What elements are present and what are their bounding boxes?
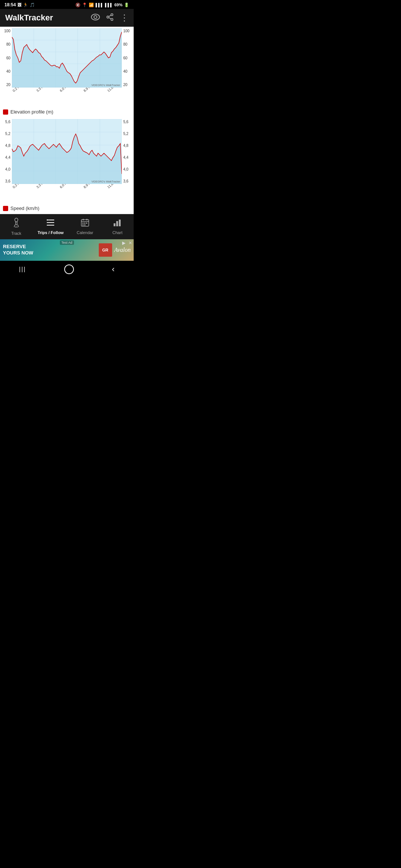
elevation-chart-container: 100 80 60 40 20 [0, 27, 134, 118]
elevation-legend-color [3, 109, 8, 115]
elevation-y-axis-right: 100 80 60 40 20 [122, 28, 134, 88]
nav-trips-label: Trips / Follow [38, 230, 63, 235]
svg-rect-52 [116, 221, 118, 226]
svg-text:VIDEGRO's WalkTracker: VIDEGRO's WalkTracker [91, 84, 120, 86]
speed-legend: Speed (km/h) [0, 203, 134, 214]
svg-rect-53 [119, 220, 121, 226]
nav-track-label: Track [11, 231, 21, 236]
svg-line-6 [109, 15, 111, 16]
ad-close-icon[interactable]: ✕ [128, 240, 132, 246]
svg-point-0 [91, 14, 100, 20]
svg-rect-50 [84, 224, 85, 226]
speed-y-axis-right: 5,6 5,2 4,8 4,4 4,0 3,6 [122, 119, 134, 184]
speed-legend-label: Speed (km/h) [10, 206, 39, 211]
speed-y-axis-left: 5,6 5,2 4,8 4,4 4,0 3,6 [0, 119, 12, 184]
app-bar: WalkTracker ⋮ [0, 9, 134, 27]
svg-point-3 [107, 16, 109, 18]
location-icon: 📍 [82, 3, 87, 7]
status-left: 18:54 🖼 🏃 🎵 [4, 2, 35, 7]
app-icons: ⋮ [91, 13, 128, 23]
recent-button[interactable]: ||| [19, 266, 26, 273]
svg-rect-49 [82, 224, 84, 226]
svg-rect-51 [114, 223, 115, 226]
trips-icon [46, 218, 55, 229]
status-right: 🔇 📍 📶 ▌▌▌ ▌▌▌ 69% 🔋 [75, 3, 129, 7]
nav-chart[interactable]: Chart [106, 218, 128, 235]
eye-icon[interactable] [91, 14, 100, 22]
home-button[interactable] [64, 264, 74, 274]
battery-icon: 🔋 [124, 3, 129, 7]
speed-chart-container: 5,6 5,2 4,8 4,4 4,0 3,6 [0, 118, 134, 214]
status-bar: 18:54 🖼 🏃 🎵 🔇 📍 📶 ▌▌▌ ▌▌▌ 69% 🔋 [0, 0, 134, 9]
speed-x-axis: 0,2 km @ 10:37 3,3 km @ 11:29 6,0 km @ 1… [0, 184, 134, 203]
nav-calendar-label: Calendar [77, 230, 94, 235]
svg-rect-48 [86, 223, 87, 224]
ad-brand-text: Avalon [114, 247, 131, 253]
track-icon [12, 217, 21, 230]
main-content: 100 80 60 40 20 [0, 27, 134, 214]
signal-icon2: ▌▌▌ [105, 3, 113, 7]
svg-point-1 [94, 16, 97, 19]
ad-skip-icon[interactable]: ▶ [122, 240, 125, 246]
svg-rect-47 [84, 223, 85, 224]
speed-svg: VIDEGRO's WalkTracker [12, 119, 122, 184]
calendar-icon [81, 218, 89, 229]
share-icon[interactable] [106, 13, 114, 23]
elevation-chart-area: 100 80 60 40 20 [0, 28, 134, 88]
elevation-x-axis: 0,2 km @ 10:37 3,3 km @ 11:29 6,0 km @ 1… [0, 88, 134, 107]
nav-trips[interactable]: Trips / Follow [38, 218, 63, 235]
nav-calendar[interactable]: Calendar [74, 218, 96, 235]
ad-reserve-text: RESERVEYOURS NOW [3, 244, 33, 256]
svg-point-2 [111, 13, 113, 16]
elevation-y-axis-left: 100 80 60 40 20 [0, 28, 12, 88]
chart-icon [113, 218, 122, 229]
elevation-legend: Elevation profile (m) [0, 107, 134, 118]
app-title: WalkTracker [5, 13, 53, 23]
svg-text:VIDEGRO's WalkTracker: VIDEGRO's WalkTracker [91, 180, 120, 183]
x-label-5: 11,8 km @ 15:48 [107, 88, 134, 103]
system-nav: ||| ‹ [0, 261, 134, 279]
elevation-svg: VIDEGRO's WalkTracker [12, 28, 122, 88]
more-icon[interactable]: ⋮ [120, 13, 128, 23]
speed-svg-wrapper: VIDEGRO's WalkTracker [12, 119, 122, 184]
nav-track[interactable]: Track [5, 217, 27, 236]
svg-rect-37 [16, 222, 17, 225]
elevation-svg-wrapper: VIDEGRO's WalkTracker [12, 28, 122, 88]
nav-chart-label: Chart [113, 230, 123, 235]
speed-chart-area: 5,6 5,2 4,8 4,4 4,0 3,6 [0, 119, 134, 184]
media-icon: 🎵 [30, 3, 35, 7]
back-button[interactable]: ‹ [112, 264, 114, 274]
svg-rect-46 [82, 223, 84, 224]
elevation-legend-label: Elevation profile (m) [10, 109, 53, 115]
speed-legend-color [3, 206, 8, 211]
ad-test-label: Test Ad [60, 240, 74, 245]
photo-icon: 🖼 [17, 3, 22, 7]
activity-icon: 🏃 [23, 3, 28, 7]
speed-chart-wrapper: 5,6 5,2 4,8 4,4 4,0 3,6 [0, 118, 134, 214]
ad-logo-box: GR [99, 243, 112, 257]
ad-banner[interactable]: RESERVEYOURS NOW GR Avalon Test Ad ▶ ✕ [0, 239, 134, 261]
svg-line-5 [109, 17, 111, 19]
svg-point-4 [111, 18, 113, 20]
signal-icon1: ▌▌▌ [95, 3, 103, 7]
mute-icon: 🔇 [75, 3, 81, 7]
bottom-nav: Track Trips / Follow [0, 214, 134, 239]
elevation-chart-wrapper: 100 80 60 40 20 [0, 27, 134, 118]
wifi-icon: 📶 [89, 3, 94, 7]
speed-x-label-5: 11,8 km @ 15:48 [107, 184, 134, 199]
time-display: 18:54 [4, 2, 16, 7]
battery-display: 69% [114, 3, 123, 7]
